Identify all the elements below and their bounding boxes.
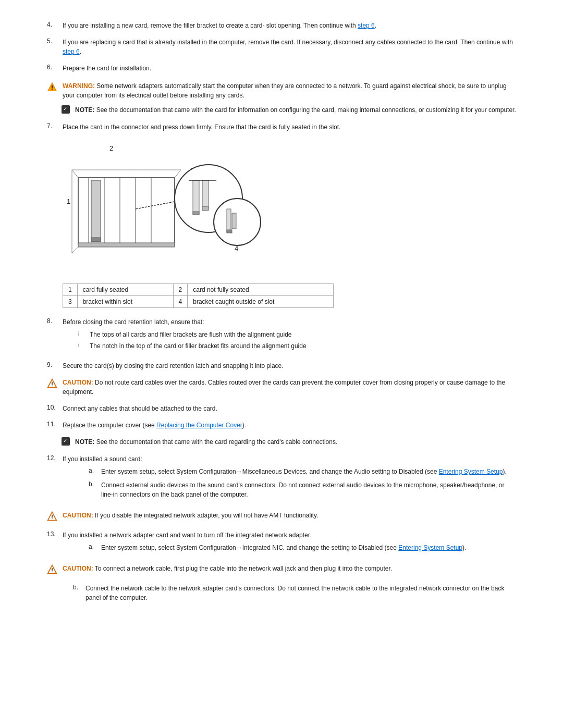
caution-2-text: CAUTION: If you disable the integrated n… [63, 511, 319, 520]
note-checkmark-icon-2 [62, 437, 70, 446]
step-5-text: If you are replacing a card that is alre… [63, 38, 516, 56]
step-7-text: Place the card in the connector and pres… [63, 122, 516, 132]
svg-rect-23 [232, 213, 236, 229]
svg-rect-24 [227, 230, 232, 233]
note-1-body: See the documentation that came with the… [96, 106, 516, 114]
note-1-icon [62, 105, 71, 115]
step-10-text: Connect any cables that should be attach… [63, 404, 516, 413]
caution-3-label: CAUTION: [63, 565, 93, 572]
caution-3-text: CAUTION: To connect a network cable, fir… [63, 564, 392, 573]
note-2-text: NOTE: See the documentation that came wi… [75, 437, 337, 447]
alpha-13a-label: a. [89, 543, 98, 550]
note-2-box: NOTE: See the documentation that came wi… [62, 437, 516, 447]
step-5: 5. If you are replacing a card that is a… [47, 38, 516, 56]
step-11-text: Replace the computer cover (see Replacin… [63, 421, 516, 430]
step-8-text: Before closing the card retention latch,… [63, 318, 204, 326]
alpha-13b-label: b. [73, 584, 82, 591]
svg-point-21 [214, 199, 261, 245]
step-10-num: 10. [47, 404, 63, 411]
alpha-13a-text: Enter system setup, select System Config… [101, 543, 466, 552]
step-5-num: 5. [47, 38, 63, 45]
step-13-alpha-list: a. Enter system setup, select System Con… [89, 543, 466, 552]
warning-label: WARNING: [63, 82, 95, 90]
step-4: 4. If you are installing a new card, rem… [47, 21, 516, 30]
step-8: 8. Before closing the card retention lat… [47, 317, 516, 354]
note-2-body: See the documentation that came with the… [96, 438, 338, 446]
note-1-text: NOTE: See the documentation that came wi… [75, 105, 516, 115]
legend-num-3: 3 [63, 296, 78, 308]
svg-rect-12 [91, 180, 101, 240]
warning-body: Some network adapters automatically star… [63, 82, 507, 99]
legend-label-1: card fully seated [77, 284, 173, 296]
step-12-alpha-list: a. Enter system setup, select System Con… [89, 467, 516, 499]
note-2-label: NOTE: [75, 438, 94, 446]
step-13-num: 13. [47, 530, 63, 538]
caution-1-box: CAUTION: Do not route card cables over t… [47, 378, 516, 397]
step-13b-list: b. Connect the network cable to the netw… [73, 584, 516, 602]
step-7-num: 7. [47, 122, 63, 130]
svg-rect-17 [202, 180, 209, 209]
legend-label-3: bracket within slot [77, 296, 173, 308]
svg-point-32 [52, 519, 53, 520]
step-9: 9. Secure the card(s) by closing the car… [47, 361, 516, 371]
svg-point-0 [52, 89, 53, 90]
bullet-icon: i [78, 342, 85, 348]
list-item: a. Enter system setup, select System Con… [89, 543, 466, 552]
svg-rect-18 [193, 212, 199, 215]
step-6: 6. Prepare the card for installation. [47, 64, 516, 73]
step-8-sublist: i The tops of all cards and filler brack… [78, 330, 307, 351]
step-13-text: If you installed a network adapter card … [63, 532, 312, 539]
note-1-label: NOTE: [75, 106, 94, 114]
note-1-box: NOTE: See the documentation that came wi… [62, 105, 516, 115]
sub-item-2: The notch in the top of the card or fill… [90, 341, 307, 351]
caution-2-label: CAUTION: [63, 512, 93, 519]
step-6-text: Prepare the card for installation. [63, 64, 516, 73]
step6-link-4[interactable]: step 6 [358, 22, 375, 29]
diagram-area: 2 1 3 4 [63, 141, 516, 308]
svg-rect-19 [202, 206, 209, 211]
step-12: 12. If you installed a sound card: a. En… [47, 454, 516, 503]
list-item: b. Connect the network cable to the netw… [73, 584, 516, 602]
legend-num-4: 4 [173, 296, 188, 308]
svg-rect-13 [91, 238, 101, 242]
note-2-icon [62, 437, 71, 447]
svg-text:2: 2 [109, 144, 113, 152]
svg-point-31 [52, 386, 53, 387]
legend-num-2: 2 [173, 284, 188, 296]
legend-num-1: 1 [63, 284, 78, 296]
legend-label-2: card not fully seated [188, 284, 334, 296]
step-12-num: 12. [47, 454, 63, 462]
step-13: 13. If you installed a network adapter c… [47, 530, 516, 557]
warning-text: WARNING: Some network adapters automatic… [63, 81, 516, 100]
table-row: 3 bracket within slot 4 bracket caught o… [63, 296, 334, 308]
step6-link-5[interactable]: step 6 [63, 48, 80, 55]
step-4-text: If you are installing a new card, remove… [63, 21, 516, 30]
note-checkmark-icon [62, 105, 70, 114]
alpha-a-text: Enter system setup, select System Config… [101, 467, 507, 476]
list-item: a. Enter system setup, select System Con… [89, 467, 516, 476]
replace-cover-link[interactable]: Replacing the Computer Cover [156, 422, 242, 429]
bullet-icon: i [78, 330, 85, 337]
caution-1-body: Do not route card cables over the cards.… [63, 379, 505, 396]
sub-item-1: The tops of all cards and filler bracket… [90, 330, 292, 339]
warning-icon [47, 82, 58, 94]
step-12-text: If you installed a sound card: [63, 455, 142, 463]
step-9-text: Secure the card(s) by closing the card r… [63, 361, 516, 371]
svg-rect-16 [193, 180, 199, 214]
entering-system-setup-link-13a[interactable]: Entering System Setup [398, 544, 462, 551]
step-13-content: If you installed a network adapter card … [63, 530, 466, 557]
list-item: b. Connect external audio devices to the… [89, 480, 516, 499]
alpha-13b-text: Connect the network cable to the network… [85, 584, 516, 602]
caution-3-box: CAUTION: To connect a network cable, fir… [47, 564, 516, 576]
svg-point-33 [52, 572, 53, 573]
diagram-legend-table: 1 card fully seated 2 card not fully sea… [63, 283, 334, 308]
alpha-a-label: a. [89, 467, 98, 474]
table-row: 1 card fully seated 2 card not fully sea… [63, 284, 334, 296]
step-8-num: 8. [47, 317, 63, 325]
step-10: 10. Connect any cables that should be at… [47, 404, 516, 413]
caution-2-body: If you disable the integrated network ad… [95, 512, 318, 519]
step-12-content: If you installed a sound card: a. Enter … [63, 454, 516, 503]
step-7: 7. Place the card in the connector and p… [47, 122, 516, 132]
card-installation-diagram: 2 1 3 4 [63, 141, 516, 278]
entering-system-setup-link-12a[interactable]: Entering System Setup [439, 468, 503, 475]
